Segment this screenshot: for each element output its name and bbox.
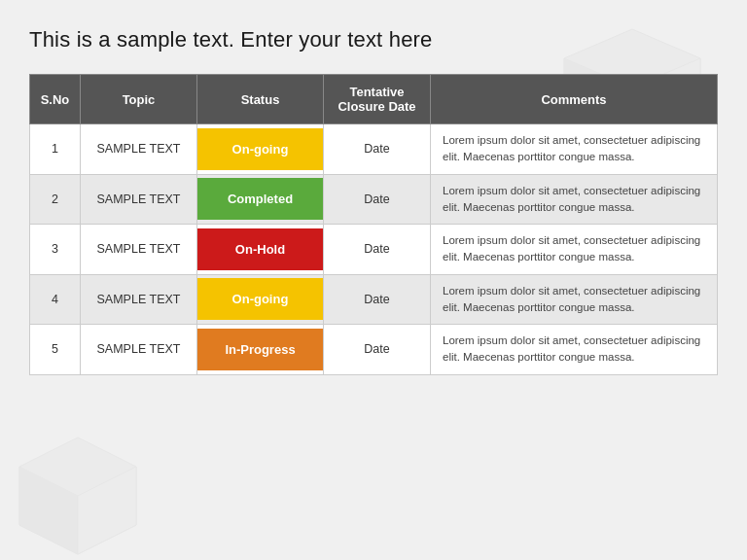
cell-date: Date: [324, 174, 431, 225]
cell-sno: 2: [30, 174, 81, 225]
status-table: S.No Topic Status Tentative Closure Date…: [29, 74, 718, 375]
status-badge: On-Hold: [197, 228, 323, 270]
table-header-row: S.No Topic Status Tentative Closure Date…: [30, 75, 718, 124]
table-row: 3SAMPLE TEXTOn-HoldDateLorem ipsum dolor…: [30, 225, 718, 275]
cell-comments: Lorem ipsum dolor sit amet, consectetuer…: [431, 174, 718, 225]
table-row: 4SAMPLE TEXTOn-goingDateLorem ipsum dolo…: [30, 274, 718, 325]
cell-date: Date: [324, 124, 431, 175]
cell-topic: SAMPLE TEXT: [81, 274, 197, 325]
cell-sno: 1: [30, 124, 81, 175]
cell-topic: SAMPLE TEXT: [81, 174, 197, 225]
table-row: 5SAMPLE TEXTIn-ProgressDateLorem ipsum d…: [30, 325, 718, 375]
page-title: This is a sample text. Enter your text h…: [29, 27, 718, 52]
cell-sno: 5: [30, 325, 81, 375]
cell-topic: SAMPLE TEXT: [81, 325, 197, 375]
cell-comments: Lorem ipsum dolor sit amet, consectetuer…: [431, 124, 718, 175]
header-sno: S.No: [30, 75, 81, 124]
cell-comments: Lorem ipsum dolor sit amet, consectetuer…: [431, 325, 718, 375]
cell-date: Date: [324, 325, 431, 375]
cell-topic: SAMPLE TEXT: [81, 225, 197, 275]
table-row: 1SAMPLE TEXTOn-goingDateLorem ipsum dolo…: [30, 124, 718, 175]
cell-comments: Lorem ipsum dolor sit amet, consectetuer…: [431, 225, 718, 275]
status-badge: On-going: [197, 128, 323, 170]
cell-status: Completed: [197, 174, 324, 225]
cell-topic: SAMPLE TEXT: [81, 124, 197, 175]
cell-status: On-Hold: [197, 225, 324, 275]
cell-date: Date: [324, 225, 431, 275]
header-comments: Comments: [431, 75, 718, 124]
cell-status: On-going: [197, 274, 324, 325]
status-badge: On-going: [197, 278, 323, 320]
cell-comments: Lorem ipsum dolor sit amet, consectetuer…: [431, 274, 718, 325]
status-badge: Completed: [197, 178, 323, 220]
cell-sno: 3: [30, 225, 81, 275]
status-badge: In-Progress: [197, 329, 323, 370]
header-status: Status: [197, 75, 324, 124]
table-row: 2SAMPLE TEXTCompletedDateLorem ipsum dol…: [30, 174, 718, 225]
header-topic: Topic: [81, 75, 197, 124]
cell-sno: 4: [30, 274, 81, 325]
cell-status: On-going: [197, 124, 324, 175]
cell-status: In-Progress: [197, 325, 324, 375]
header-closure-date: Tentative Closure Date: [324, 75, 431, 124]
cell-date: Date: [324, 274, 431, 325]
